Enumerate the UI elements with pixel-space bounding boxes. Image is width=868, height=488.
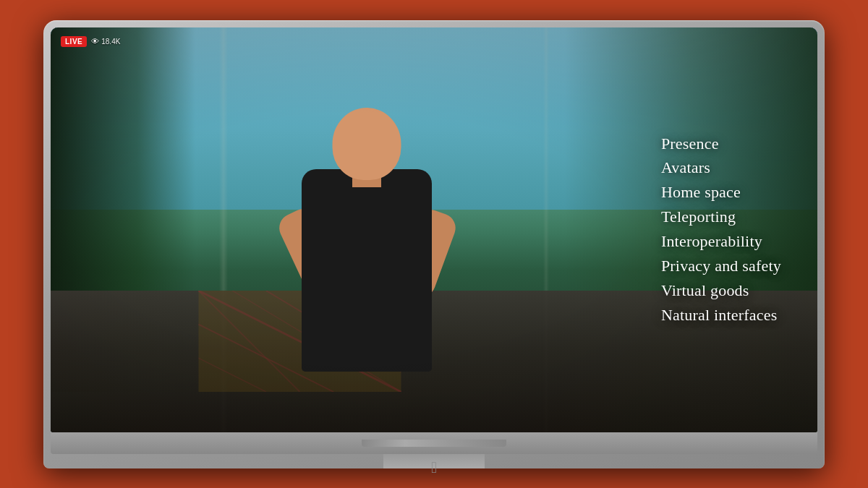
menu-item: Teleporting [661, 206, 781, 229]
monitor-stand:  [383, 454, 485, 468]
menu-item: Interoperability [661, 231, 781, 254]
monitor-bottom [51, 432, 817, 454]
eye-icon: 👁 [91, 37, 99, 46]
menu-item: Presence [661, 132, 781, 155]
person-body [302, 169, 432, 372]
presenter-person [265, 104, 468, 372]
menu-item: Privacy and safety [661, 254, 781, 278]
menu-item: Home space [661, 181, 781, 205]
apple-logo-icon:  [431, 458, 437, 477]
person-head [332, 108, 401, 180]
menu-item: Virtual goods [661, 279, 781, 302]
viewer-count: 👁 18.4K [91, 37, 120, 46]
screen: LIVE 👁 18.4K PresenceAvatarsHome spaceTe… [51, 27, 817, 432]
topic-menu-list: PresenceAvatarsHome spaceTeleportingInte… [661, 132, 781, 327]
menu-item: Natural interfaces [661, 304, 781, 327]
menu-item: Avatars [661, 157, 781, 180]
monitor: LIVE 👁 18.4K PresenceAvatarsHome spaceTe… [43, 20, 825, 468]
viewer-count-value: 18.4K [101, 38, 120, 46]
live-badge: LIVE 👁 18.4K [61, 36, 120, 47]
monitor-stand-top [362, 440, 506, 447]
live-label: LIVE [61, 36, 87, 47]
screen-bezel: LIVE 👁 18.4K PresenceAvatarsHome spaceTe… [51, 27, 817, 432]
